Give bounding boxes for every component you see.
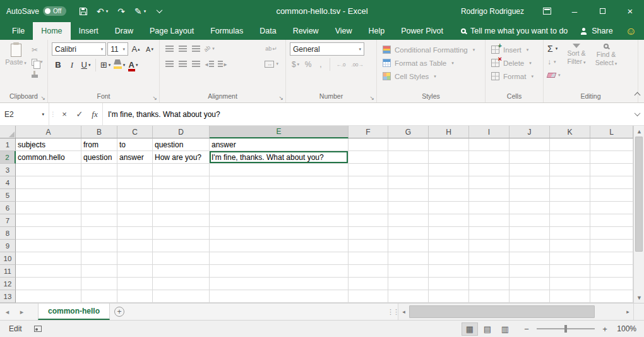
cell-G3[interactable] (388, 164, 429, 176)
redo-button[interactable]: ↷ (113, 3, 129, 20)
customize-qat-button[interactable] (151, 3, 167, 20)
zoom-slider-thumb[interactable] (564, 325, 567, 333)
underline-button[interactable]: U▾ (80, 58, 92, 71)
select-all-corner[interactable] (0, 126, 16, 138)
cell-K6[interactable] (550, 202, 590, 214)
cell-A11[interactable] (16, 265, 81, 278)
decrease-indent-button[interactable]: ◂ (203, 58, 215, 70)
ribbon-tab-formulas[interactable]: Formulas (202, 22, 251, 40)
cell-A10[interactable] (16, 252, 81, 265)
cell-K7[interactable] (550, 214, 590, 227)
collapse-ribbon-button[interactable] (635, 89, 640, 100)
cell-L8[interactable] (590, 227, 633, 240)
cell-I6[interactable] (469, 202, 510, 214)
cell-C13[interactable] (117, 290, 153, 303)
cell-D6[interactable] (153, 202, 210, 214)
cell-E7[interactable] (210, 214, 349, 227)
minimize-button[interactable]: – (561, 0, 588, 22)
column-header-I[interactable]: I (469, 126, 510, 138)
cell-C5[interactable] (117, 189, 153, 202)
cell-F13[interactable] (349, 290, 388, 303)
cell-I4[interactable] (469, 176, 510, 189)
cell-C2[interactable]: answer (117, 151, 153, 164)
row-header-7[interactable]: 7 (0, 214, 16, 227)
ribbon-tab-home[interactable]: Home (33, 22, 70, 40)
cell-E5[interactable] (210, 189, 349, 202)
cell-I3[interactable] (469, 164, 510, 176)
cell-L4[interactable] (590, 176, 633, 189)
cell-L10[interactable] (590, 252, 633, 265)
undo-button[interactable]: ↶▾ (94, 3, 110, 20)
format-painter-button[interactable] (32, 69, 43, 79)
cell-G8[interactable] (388, 227, 429, 240)
cell-B10[interactable] (81, 252, 117, 265)
decrease-decimal-button[interactable]: .00→ (350, 58, 365, 71)
cell-B5[interactable] (81, 189, 117, 202)
cell-G4[interactable] (388, 176, 429, 189)
find-select-button[interactable]: Find & Select▾ (592, 42, 621, 92)
cell-K5[interactable] (550, 189, 590, 202)
cell-J7[interactable] (510, 214, 550, 227)
cell-G12[interactable] (388, 278, 429, 290)
scroll-down-arrow[interactable]: ▼ (634, 292, 644, 303)
cell-D1[interactable]: question (153, 138, 210, 151)
cell-F10[interactable] (349, 252, 388, 265)
cell-D3[interactable] (153, 164, 210, 176)
cell-K11[interactable] (550, 265, 590, 278)
row-header-11[interactable]: 11 (0, 265, 16, 278)
normal-view-button[interactable]: ▦ (462, 322, 478, 336)
cell-A4[interactable] (16, 176, 81, 189)
ribbon-tab-power-pivot[interactable]: Power Pivot (393, 22, 451, 40)
bold-button[interactable]: B (52, 58, 64, 71)
cell-H5[interactable] (429, 189, 469, 202)
zoom-level[interactable]: 100% (615, 324, 636, 333)
row-header-2[interactable]: 2 (0, 151, 16, 164)
zoom-in-button[interactable]: + (600, 324, 609, 334)
new-sheet-button[interactable]: + (110, 303, 129, 320)
cell-C7[interactable] (117, 214, 153, 227)
cell-J1[interactable] (510, 138, 550, 151)
cell-C3[interactable] (117, 164, 153, 176)
cell-K10[interactable] (550, 252, 590, 265)
cell-E6[interactable] (210, 202, 349, 214)
cell-C1[interactable]: to (117, 138, 153, 151)
column-header-G[interactable]: G (388, 126, 429, 138)
cell-J9[interactable] (510, 240, 550, 252)
borders-button[interactable]: ⊞▾ (99, 58, 112, 71)
cell-H6[interactable] (429, 202, 469, 214)
sheet-tab-common-hello[interactable]: common-hello (38, 303, 110, 320)
cancel-button[interactable]: × (57, 103, 72, 125)
increase-font-size-button[interactable]: A▴ (129, 42, 142, 56)
cell-D8[interactable] (153, 227, 210, 240)
insert-cells-button[interactable]: Insert ▾ (486, 43, 543, 56)
ribbon-tab-data[interactable]: Data (251, 22, 284, 40)
ribbon-display-options-button[interactable] (533, 0, 561, 22)
ribbon-tab-review[interactable]: Review (285, 22, 327, 40)
cell-H3[interactable] (429, 164, 469, 176)
formula-bar-expand-button[interactable] (630, 103, 644, 125)
cell-D4[interactable] (153, 176, 210, 189)
cell-F8[interactable] (349, 227, 388, 240)
cell-B3[interactable] (81, 164, 117, 176)
zoom-slider[interactable] (537, 328, 595, 329)
cell-H8[interactable] (429, 227, 469, 240)
feedback-smiley-icon[interactable]: ☺ (626, 26, 636, 37)
delete-cells-button[interactable]: Delete ▾ (486, 56, 543, 70)
scroll-left-arrow[interactable]: ◂ (398, 307, 409, 317)
cell-G13[interactable] (388, 290, 429, 303)
tab-split-handle[interactable]: ⋮⋮ (388, 303, 398, 320)
ribbon-tab-draw[interactable]: Draw (107, 22, 141, 40)
ribbon-tab-help[interactable]: Help (361, 22, 393, 40)
cell-H2[interactable] (429, 151, 469, 164)
wrap-text-button[interactable]: ab↵ (265, 42, 277, 55)
cell-H4[interactable] (429, 176, 469, 189)
cell-B11[interactable] (81, 265, 117, 278)
comma-style-button[interactable]: , (315, 58, 326, 71)
cell-I9[interactable] (469, 240, 510, 252)
cell-G7[interactable] (388, 214, 429, 227)
zoom-out-button[interactable]: − (522, 324, 531, 334)
row-header-9[interactable]: 9 (0, 240, 16, 252)
cell-A6[interactable] (16, 202, 81, 214)
cell-C10[interactable] (117, 252, 153, 265)
cell-L13[interactable] (590, 290, 633, 303)
